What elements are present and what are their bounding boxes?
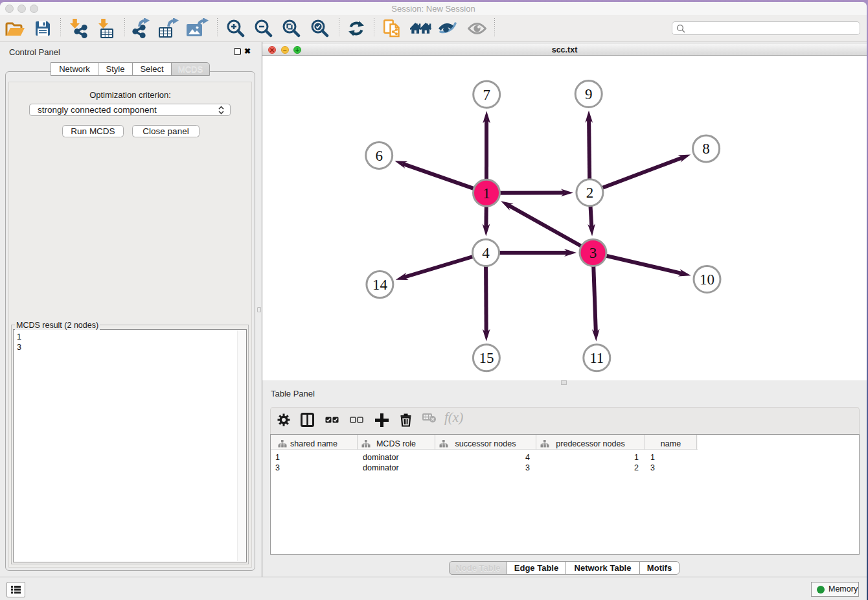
svg-text:3: 3	[589, 245, 597, 261]
svg-text:6: 6	[375, 148, 383, 164]
svg-text:9: 9	[585, 86, 593, 102]
svg-text:15: 15	[479, 350, 494, 366]
svg-text:1: 1	[483, 185, 490, 202]
svg-text:7: 7	[483, 87, 490, 103]
svg-text:8: 8	[702, 141, 710, 157]
svg-text:2: 2	[586, 185, 594, 201]
svg-text:10: 10	[700, 271, 714, 288]
svg-text:11: 11	[589, 350, 604, 366]
svg-text:14: 14	[372, 277, 388, 293]
svg-text:4: 4	[482, 245, 490, 261]
